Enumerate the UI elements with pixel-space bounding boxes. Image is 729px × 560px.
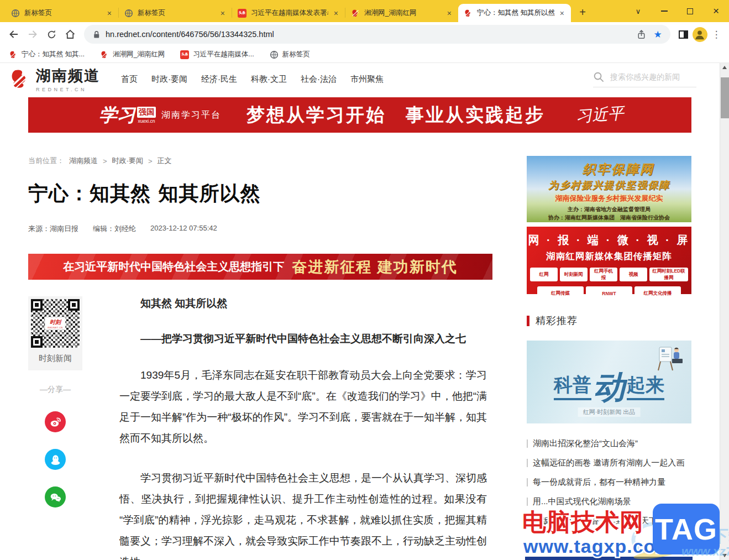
nav-item-science[interactable]: 科教·文卫 (251, 74, 287, 85)
maximize-icon (687, 8, 693, 14)
promo1-organizer: 主办：湖南省地方金融监督管理局 (527, 206, 691, 213)
bookmark-item[interactable]: 湘潮网_湖南红网 (100, 50, 165, 59)
list-item[interactable]: 这幅远征的画卷 邀请所有湖南人一起入画 (527, 457, 691, 468)
nav-item-home[interactable]: 首页 (121, 74, 138, 85)
site-search (593, 71, 696, 87)
scroll-up-arrow[interactable] (720, 63, 729, 72)
share-button[interactable] (633, 26, 649, 43)
xuexi-logo-domain: xuexi.cn (138, 118, 155, 124)
list-bullet (527, 517, 528, 525)
breadcrumb-section[interactable]: 时政·要闻 (112, 156, 143, 166)
study-platform-banner[interactable]: 学习 强国 xuexi.cn 湖南学习平台 梦想从学习开始 事业从实践起步 习近… (28, 97, 691, 133)
share-weibo-button[interactable] (45, 411, 66, 432)
forward-button[interactable] (23, 25, 42, 44)
list-item[interactable]: 湖南出招深化整治“文山会海” (527, 438, 691, 449)
nav-item-politics[interactable]: 时政·要闻 (151, 74, 187, 85)
forward-arrow-icon (27, 29, 38, 40)
bookmark-label: 湘潮网_湖南红网 (113, 50, 165, 59)
tab-new-page-1[interactable]: 新标签页 × (6, 4, 118, 22)
article-timestamp: 2023-12-12 07:55:42 (150, 224, 217, 234)
address-bar[interactable]: hn.rednet.cn/content/646756/56/13344325.… (84, 25, 670, 44)
tab-search-chevron-icon[interactable]: ∨ (625, 0, 651, 22)
reload-icon (46, 29, 57, 40)
breadcrumb: 当前位置： 湖南频道 > 时政·要闻 > 正文 (28, 156, 495, 166)
site-header: 湖南频道 REDNET.CN 首页 时政·要闻 经济·民生 科教·文卫 社会·法… (0, 63, 720, 95)
page-viewport: 湖南频道 REDNET.CN 首页 时政·要闻 经济·民生 科教·文卫 社会·法… (0, 63, 729, 560)
tab-toutiao-article[interactable]: 头条 习近平在越南媒体发表署名 × (232, 4, 345, 22)
theme-slogan-banner[interactable]: 在习近平新时代中国特色社会主义思想指引下 奋进新征程 建功新时代 (28, 254, 492, 280)
banner-signature: 习近平 (575, 102, 625, 128)
tab-close-icon[interactable]: × (559, 9, 565, 18)
minimize-icon (661, 11, 668, 12)
scroll-down-arrow[interactable] (720, 551, 729, 560)
window-close-button[interactable]: × (703, 0, 729, 22)
tab-new-page-2[interactable]: 新标签页 × (119, 4, 232, 22)
profile-button[interactable] (691, 26, 708, 43)
new-tab-button[interactable]: + (574, 4, 591, 20)
slogan-white-text: 在习近平新时代中国特色社会主义思想指引下 (63, 259, 284, 274)
reload-button[interactable] (42, 25, 61, 44)
rednet-logo-icon (9, 50, 18, 59)
search-input[interactable] (610, 72, 696, 81)
brand-tile: 红网传媒 (537, 286, 584, 300)
site-logo-title: 湖南频道 (36, 66, 100, 86)
globe-icon (270, 50, 279, 59)
side-panel-button[interactable] (675, 26, 691, 43)
bookmark-star-icon[interactable]: ★ (649, 26, 666, 43)
nav-item-society[interactable]: 社会·法治 (301, 74, 337, 85)
list-item[interactable]: 每一份成就背后，都有一种精神力量 (527, 477, 691, 488)
bookmark-item[interactable]: 新标签页 (270, 50, 310, 59)
share-wechat-button[interactable] (45, 486, 66, 507)
recommend-section-header: 精彩推荐 (527, 314, 691, 327)
site-logo[interactable]: 湖南频道 REDNET.CN (36, 66, 100, 92)
scrollbar-thumb[interactable] (721, 77, 729, 118)
share-qq-button[interactable] (45, 449, 66, 470)
bookmarks-bar: 宁心：知其然 知其... 湘潮网_湖南红网 头条 习近平在越南媒体... 新标签… (0, 46, 729, 63)
browser-tab-bar: 新标签页 × 新标签页 × 头条 习近平在越南媒体发表署名 × 湘潮网_湖南红网… (0, 0, 729, 22)
nav-item-economy[interactable]: 经济·民生 (201, 74, 237, 85)
bookmark-item[interactable]: 头条 习近平在越南媒体... (180, 50, 254, 59)
back-button[interactable] (4, 25, 23, 44)
sidebar: 织牢保障网 为乡村振兴提供坚强保障 湖南保险业服务乡村振兴发展纪实 主办：湖南省… (527, 156, 691, 560)
toutiao-icon: 头条 (238, 9, 247, 18)
qr-finder (68, 299, 80, 311)
browser-menu-button[interactable]: ⋮ (708, 29, 725, 40)
xuexi-logo-box: 强国 (137, 107, 156, 118)
qr-finder (31, 336, 43, 348)
sidebar-promo-matrix[interactable]: 网 · 报 · 端 · 微 · 视 · 屏 湖南红网新媒体集团传播矩阵 红网 时… (527, 227, 691, 294)
tab-active-article[interactable]: 宁心：知其然 知其所以然 × (458, 4, 571, 22)
search-icon[interactable] (593, 71, 605, 83)
page-scrollbar[interactable] (720, 63, 729, 560)
xuexi-logo: 学习 强国 xuexi.cn 湖南学习平台 (99, 103, 221, 128)
globe-icon (124, 9, 133, 18)
home-button[interactable] (61, 25, 80, 44)
nav-item-cities[interactable]: 市州聚焦 (350, 74, 384, 85)
bookmark-item[interactable]: 宁心：知其然 知其... (9, 50, 85, 59)
qr-finder (31, 299, 43, 311)
list-item[interactable]: 出版湘军：从书香千年到书香天下 (527, 515, 691, 526)
tab-close-icon[interactable]: × (106, 9, 113, 18)
article-paragraph: 1939年5月，毛泽东同志在延安在职干部教育动员大会上向全党要求：学习一定要学到… (119, 365, 487, 449)
tab-close-icon[interactable]: × (219, 9, 226, 18)
list-bullet (527, 439, 528, 448)
article-editor: 编辑：刘经纶 (93, 224, 136, 234)
caret-up-icon (722, 66, 727, 69)
promo1-line2: 为乡村振兴提供坚强保障 (527, 179, 691, 192)
breadcrumb-channel[interactable]: 湖南频道 (69, 156, 98, 166)
window-maximize-button[interactable] (677, 0, 703, 22)
bookmark-label: 习近平在越南媒体... (193, 50, 254, 59)
brand-tile: 时刻新闻 (560, 268, 588, 281)
promo1-coorganizer: 协办：湖南红网新媒体集团 湖南省保险行业协会 (527, 214, 691, 222)
list-item[interactable]: 用...中国式现代化湖南场景 (527, 496, 691, 507)
article-body: 知其然 知其所以然 ——把学习贯彻习近平新时代中国特色社会主义思想不断引向深入之… (119, 296, 487, 560)
tab-xiangchao[interactable]: 湘潮网_湖南红网 × (345, 4, 458, 22)
url-text[interactable]: hn.rednet.cn/content/646756/56/13344325.… (106, 30, 633, 39)
section-accent-bar (527, 316, 529, 326)
tab-close-icon[interactable]: × (446, 9, 453, 18)
sidebar-promo-science[interactable]: 科普 动 起来 红网·时刻新闻 出品 (527, 341, 691, 423)
tab-close-icon[interactable]: × (333, 9, 339, 18)
sidebar-promo-insurance[interactable]: 织牢保障网 为乡村振兴提供坚强保障 湖南保险业服务乡村振兴发展纪实 主办：湖南省… (527, 156, 691, 222)
window-minimize-button[interactable] (651, 0, 677, 22)
site-nav: 首页 时政·要闻 经济·民生 科教·文卫 社会·法治 市州聚焦 (121, 74, 384, 85)
share-label: —分享— (28, 385, 82, 395)
